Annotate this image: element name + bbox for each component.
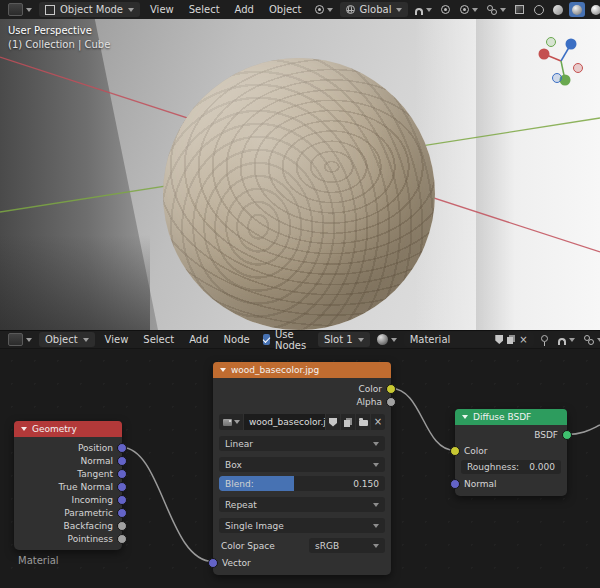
scene-object-sphere[interactable]: [163, 58, 435, 330]
transform-pivot-dropdown[interactable]: [312, 2, 336, 17]
geometry-node-header[interactable]: Geometry: [14, 421, 122, 437]
chevron-down-icon: [472, 8, 478, 12]
socket-color-input[interactable]: [450, 446, 460, 456]
menu-node[interactable]: Node: [217, 333, 257, 346]
material-slot-dropdown[interactable]: Slot 1: [318, 332, 370, 347]
image-open-button[interactable]: [356, 414, 370, 430]
socket-backfacing-output[interactable]: [117, 521, 127, 531]
socket-normal-input[interactable]: [450, 479, 460, 489]
blend-slider[interactable]: Blend: 0.150: [219, 476, 385, 491]
menu-add[interactable]: Add: [228, 3, 261, 16]
menu-object[interactable]: Object: [262, 3, 309, 16]
unlink-material-icon[interactable]: ×: [519, 335, 527, 345]
socket-parametric-output[interactable]: [117, 508, 127, 518]
show-gizmo-toggle[interactable]: [457, 2, 481, 17]
globe-icon: [346, 5, 355, 14]
collection-breadcrumb-label: (1) Collection | Cube: [8, 39, 110, 50]
duplicate-material-icon[interactable]: [507, 337, 513, 344]
image-name-field[interactable]: wood_basecolor.jpg: [244, 414, 325, 430]
extension-dropdown[interactable]: Repeat: [219, 497, 385, 512]
checkbox-checked-icon: [263, 334, 270, 345]
color-space-dropdown[interactable]: sRGB: [309, 538, 385, 553]
unlink-icon: ×: [374, 417, 382, 427]
menu-select[interactable]: Select: [182, 3, 227, 16]
socket-alpha-output[interactable]: [386, 397, 396, 407]
diffuse-bsdf-node-header[interactable]: Diffuse BSDF: [455, 409, 567, 425]
interpolation-dropdown[interactable]: Linear: [219, 436, 385, 451]
menu-select[interactable]: Select: [136, 333, 181, 346]
snap-toggle[interactable]: [412, 2, 435, 17]
image-texture-node[interactable]: wood_basecolor.jpg Color Alpha wood_base…: [213, 362, 391, 575]
chevron-down-icon: [396, 8, 402, 12]
socket-color-output[interactable]: [386, 384, 396, 394]
socket-normal-output[interactable]: [117, 456, 127, 466]
editor-type-selector[interactable]: [5, 2, 35, 17]
chevron-down-icon: [26, 338, 32, 342]
navigation-gizmo[interactable]: [530, 29, 592, 91]
magnet-icon: [558, 338, 566, 345]
shader-node-editor[interactable]: Geometry Position Normal Tangent True No…: [0, 349, 600, 588]
image-unlink-button[interactable]: ×: [371, 414, 385, 430]
node-title: Geometry: [32, 424, 77, 434]
view-perspective-label: User Perspective: [8, 25, 92, 36]
node-title: Diffuse BSDF: [473, 412, 531, 422]
material-preview-shading-icon: [572, 5, 582, 15]
socket-vector-input[interactable]: [208, 558, 218, 568]
pin-toggle[interactable]: [538, 332, 551, 347]
browse-image-dropdown[interactable]: [219, 414, 243, 430]
proportional-editing-toggle[interactable]: [438, 2, 453, 17]
mode-label: Object Mode: [60, 4, 123, 15]
orientation-label: Global: [360, 4, 392, 15]
viewport-header: Object Mode View Select Add Object Globa…: [0, 0, 600, 19]
shading-material-preview-button[interactable]: [569, 2, 585, 17]
rendered-shading-icon: [591, 5, 600, 15]
chevron-down-icon: [569, 338, 575, 342]
show-overlays-toggle[interactable]: [484, 2, 509, 17]
shading-rendered-button[interactable]: [588, 2, 600, 17]
geometry-node[interactable]: Geometry Position Normal Tangent True No…: [14, 421, 122, 550]
material-name-field[interactable]: Material ×: [404, 332, 534, 347]
image-datablock-row: wood_basecolor.jpg ×: [219, 414, 385, 430]
socket-bsdf-output[interactable]: [562, 430, 572, 440]
chevron-down-icon: [373, 463, 379, 467]
menu-add[interactable]: Add: [182, 333, 215, 346]
use-nodes-toggle[interactable]: Use Nodes: [258, 329, 315, 351]
mode-dropdown[interactable]: Object Mode: [39, 2, 140, 17]
node-overlays-toggle[interactable]: [581, 332, 600, 347]
node-snap-toggle[interactable]: [555, 332, 578, 347]
socket-true-normal-output[interactable]: [117, 482, 127, 492]
editor-type-selector[interactable]: [5, 332, 35, 347]
fake-user-shield-icon[interactable]: [495, 335, 503, 344]
xray-toggle[interactable]: [512, 2, 527, 17]
shader-type-dropdown[interactable]: Object: [39, 332, 95, 347]
3d-viewport[interactable]: User Perspective (1) Collection | Cube: [0, 19, 600, 330]
socket-pointiness-output[interactable]: [117, 534, 127, 544]
pin-icon: [541, 335, 548, 342]
collapse-triangle-icon[interactable]: [462, 415, 468, 419]
source-dropdown[interactable]: Single Image: [219, 518, 385, 533]
menu-view[interactable]: View: [98, 333, 136, 346]
active-material-breadcrumb: Material: [18, 555, 59, 566]
browse-material-dropdown[interactable]: [374, 332, 400, 347]
socket-position-output[interactable]: [117, 443, 127, 453]
output-alpha: Alpha: [213, 395, 391, 408]
orientation-dropdown[interactable]: Global: [340, 2, 409, 17]
shading-solid-button[interactable]: [550, 2, 566, 17]
chevron-down-icon: [26, 8, 32, 12]
image-texture-node-header[interactable]: wood_basecolor.jpg: [213, 362, 391, 378]
menu-view[interactable]: View: [143, 3, 181, 16]
diffuse-bsdf-node[interactable]: Diffuse BSDF BSDF Color Roughness: 0.000…: [455, 409, 567, 496]
image-duplicate-button[interactable]: [341, 414, 355, 430]
chevron-down-icon: [358, 338, 364, 342]
socket-incoming-output[interactable]: [117, 495, 127, 505]
shading-wireframe-button[interactable]: [531, 2, 547, 17]
socket-tangent-output[interactable]: [117, 469, 127, 479]
collapse-triangle-icon[interactable]: [220, 368, 226, 372]
collapse-triangle-icon[interactable]: [21, 427, 27, 431]
folder-open-icon: [359, 420, 368, 426]
output-incoming: Incoming: [14, 493, 122, 506]
material-name: Material: [410, 334, 492, 345]
roughness-slider[interactable]: Roughness: 0.000: [461, 460, 561, 474]
image-fake-user-button[interactable]: [326, 414, 340, 430]
projection-dropdown[interactable]: Box: [219, 457, 385, 472]
